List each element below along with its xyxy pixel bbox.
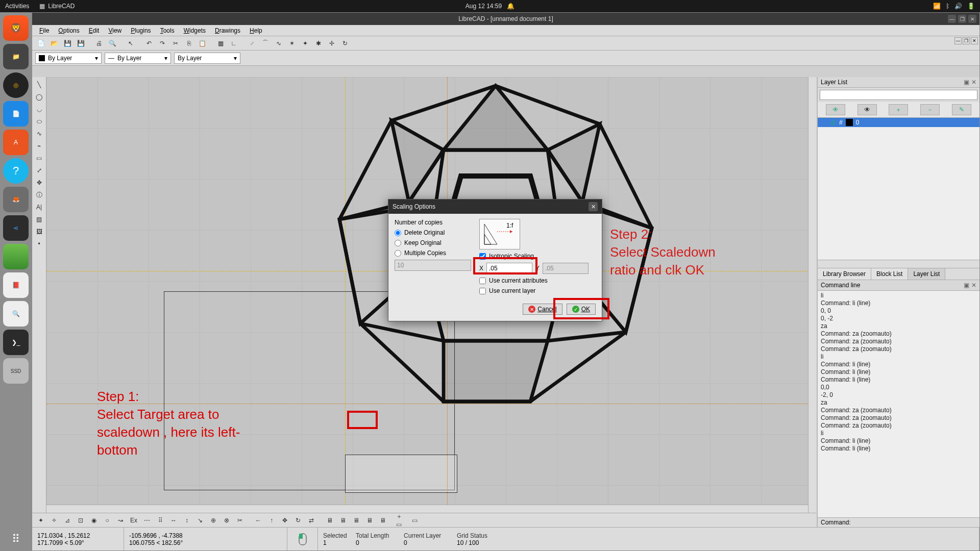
snap-dots-icon[interactable]: ⋯	[141, 515, 153, 526]
tab-library-browser[interactable]: Library Browser	[818, 268, 871, 280]
screen2-icon[interactable]: 🖥	[337, 515, 349, 526]
save-as-icon[interactable]: 💾	[75, 38, 86, 49]
layer-filter-input[interactable]	[820, 90, 977, 100]
zoom-in-icon[interactable]: ＋▭	[396, 515, 407, 526]
canvas-vertical-scrollbar[interactable]	[808, 77, 816, 513]
snap-free-icon[interactable]: ✦	[35, 515, 46, 526]
menu-file[interactable]: File	[35, 26, 53, 35]
redo-icon[interactable]: ↷	[157, 38, 168, 49]
grid-toggle-icon[interactable]: ▦	[215, 38, 226, 49]
dock-evince-icon[interactable]: 📕	[3, 272, 29, 298]
menu-help[interactable]: Help	[246, 26, 266, 35]
open-file-icon[interactable]: 📂	[48, 38, 60, 49]
axes-icon[interactable]: ∟	[228, 38, 239, 49]
layer-color-swatch[interactable]	[846, 119, 853, 126]
mdi-restore-button[interactable]: ❐	[963, 37, 970, 44]
snap-endpoint-icon[interactable]: ⊿	[62, 515, 73, 526]
snap-gridpts-icon[interactable]: ⠿	[155, 515, 166, 526]
snap-onentity-icon[interactable]: ⊡	[75, 515, 86, 526]
tab-block-list[interactable]: Block List	[871, 268, 908, 280]
line-tool-icon[interactable]: ╲	[34, 79, 45, 90]
dock-rhythmbox-icon[interactable]: ◎	[3, 72, 29, 98]
snap-center-icon[interactable]: ◉	[88, 515, 100, 526]
notification-bell-icon[interactable]: 🔔	[507, 3, 514, 10]
zoom-out-icon[interactable]: ▭	[409, 515, 420, 526]
layer-edit-icon[interactable]: ✎	[952, 104, 971, 115]
circle-tool-icon[interactable]: ◯	[34, 91, 45, 103]
mdi-close-button[interactable]: ✕	[971, 37, 978, 44]
snap-arc-icon[interactable]: ⌒	[260, 38, 271, 49]
relative-zero-icon[interactable]: ⊕	[208, 515, 219, 526]
clock[interactable]: Aug 12 14:59	[465, 3, 502, 10]
panel-close-icon[interactable]: ✕	[971, 282, 976, 289]
layer-remove-icon[interactable]: －	[920, 104, 940, 115]
panel-undock-icon[interactable]: ▣	[964, 79, 969, 86]
cursor-icon[interactable]: ↖	[125, 38, 136, 49]
window-close-button[interactable]: ✕	[968, 15, 976, 23]
window-minimize-button[interactable]: —	[948, 15, 956, 23]
snap-line-icon[interactable]: ⟋	[247, 38, 258, 49]
dock-software-icon[interactable]: A	[3, 130, 29, 155]
text-tool-icon[interactable]: A|	[34, 202, 45, 213]
snap-grid-icon[interactable]: ✧	[48, 515, 60, 526]
color-combo[interactable]: By Layer ▾	[35, 53, 102, 64]
move-v-icon[interactable]: ↑	[266, 515, 277, 526]
snap-rotate-icon[interactable]: ↻	[339, 38, 351, 49]
move-icon[interactable]: ✥	[279, 515, 290, 526]
layer-list-area[interactable]	[818, 127, 979, 260]
cut-icon[interactable]: ✂	[170, 38, 181, 49]
layer-lock-icon[interactable]: #	[839, 119, 843, 126]
new-file-icon[interactable]: 📄	[35, 38, 46, 49]
menu-view[interactable]: View	[104, 26, 126, 35]
canvas-horizontal-scrollbar[interactable]	[46, 505, 808, 513]
menu-widgets[interactable]: Widgets	[180, 26, 210, 35]
dock-show-apps-icon[interactable]: ⠿	[12, 533, 20, 546]
volume-icon[interactable]: 🔊	[954, 3, 962, 10]
snap-intersect-icon[interactable]: Ex	[128, 515, 139, 526]
tab-layer-list[interactable]: Layer List	[908, 268, 945, 280]
restrict-h-icon[interactable]: ↔	[168, 515, 179, 526]
undo-icon[interactable]: ↶	[143, 38, 155, 49]
snap-dist-icon[interactable]: ↝	[115, 515, 126, 526]
screen3-icon[interactable]: 🖥	[351, 515, 362, 526]
info-tool-icon[interactable]: ⓘ	[34, 189, 45, 201]
dock-image-viewer-icon[interactable]: 🔍	[3, 301, 29, 327]
battery-icon[interactable]: 🔋	[967, 3, 975, 10]
layer-hide-all-icon[interactable]: 👁	[857, 104, 877, 115]
spline-tool-icon[interactable]: ∿	[34, 128, 45, 139]
modify-tool-icon[interactable]: ✥	[34, 177, 45, 188]
dock-gimp-icon[interactable]: 🦊	[3, 187, 29, 212]
polyline-tool-icon[interactable]: ⌁	[34, 140, 45, 152]
layer-print-icon[interactable]: 🖨	[830, 119, 836, 126]
point-tool-icon[interactable]: •	[34, 238, 45, 249]
layer-horizontal-scrollbar[interactable]	[818, 260, 979, 268]
snap-curve-icon[interactable]: ∿	[273, 38, 284, 49]
window-maximize-button[interactable]: ❐	[958, 15, 966, 23]
print-icon[interactable]: 🖨	[93, 38, 105, 49]
screen5-icon[interactable]: 🖥	[377, 515, 388, 526]
active-app[interactable]: ▦ LibreCAD	[39, 3, 75, 10]
screen4-icon[interactable]: 🖥	[364, 515, 375, 526]
snap-middle-icon[interactable]: ○	[102, 515, 113, 526]
command-output[interactable]: liCommand: li (line)0, 00, -2zaCommand: …	[818, 291, 979, 517]
restrict-ortho-icon[interactable]: ↘	[194, 515, 206, 526]
radio-delete-original[interactable]: Delete Original	[395, 229, 471, 236]
menu-plugins[interactable]: Plugins	[127, 26, 155, 35]
dock-brave-icon[interactable]: 🦁	[3, 15, 29, 41]
lock-relzero-icon[interactable]: ⊗	[221, 515, 232, 526]
dock-writer-icon[interactable]: 📄	[3, 101, 29, 127]
rotate-icon[interactable]: ↻	[292, 515, 304, 526]
linewidth-combo[interactable]: By Layer ▾	[174, 53, 240, 64]
restrict-v-icon[interactable]: ↕	[181, 515, 192, 526]
dock-help-icon[interactable]: ?	[3, 158, 29, 184]
dock-disk-icon[interactable]: SSD	[3, 358, 29, 384]
radio-multiple-copies[interactable]: Multiple Copies	[395, 249, 471, 257]
panel-undock-icon[interactable]: ▣	[964, 282, 969, 289]
panel-close-icon[interactable]: ✕	[971, 79, 976, 86]
copy-icon[interactable]: ⎘	[183, 38, 194, 49]
dialog-close-button[interactable]: ✕	[589, 202, 598, 211]
mdi-minimize-button[interactable]: —	[954, 37, 962, 44]
wifi-icon[interactable]: 📶	[933, 3, 941, 10]
use-layer-checkbox[interactable]: Use current layer	[479, 287, 596, 294]
bluetooth-icon[interactable]: ᛒ	[946, 3, 949, 10]
